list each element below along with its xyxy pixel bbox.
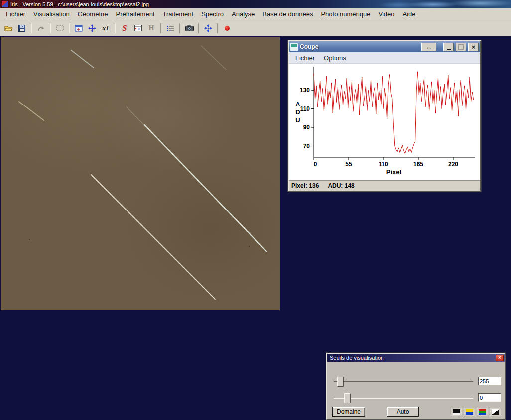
menu-analyse[interactable]: Analyse — [228, 9, 258, 19]
coupe-window-icon — [290, 43, 298, 51]
menu-visualisation[interactable]: Visualisation — [29, 9, 74, 19]
maximize-icon — [458, 44, 464, 50]
coupe-chart-area[interactable]: 1301109070055110165220PixelADU — [289, 64, 480, 180]
gradient-ramp-button[interactable] — [490, 408, 501, 416]
app-icon — [2, 1, 8, 7]
window-title: Iris - Version 5.59 - c:\users\jean-loui… — [10, 1, 149, 7]
toolbar-separator — [69, 23, 70, 33]
yellow-blue-icon — [466, 409, 473, 415]
command-list-icon — [167, 25, 174, 31]
coupe-maximize-button[interactable] — [456, 43, 466, 51]
toolbar-separator — [198, 23, 199, 33]
black-white-icon — [453, 409, 460, 415]
low-threshold-slider[interactable] — [334, 398, 473, 399]
workspace: Coupe ↔ × Fichier Options 13011090700551… — [0, 36, 511, 420]
status-pixel: Pixel: 136 — [291, 182, 319, 189]
yellow-blue-threshold-button[interactable] — [464, 408, 475, 416]
compass-star-icon — [204, 24, 212, 32]
menu-spectro[interactable]: Spectro — [197, 9, 228, 19]
svg-text:165: 165 — [413, 161, 423, 168]
svg-text:D: D — [295, 108, 300, 116]
undo-button[interactable] — [34, 22, 47, 35]
resize-horizontal-icon: ↔ — [426, 43, 432, 51]
titlebar[interactable]: Iris - Version 5.59 - c:\users\jean-loui… — [0, 0, 511, 8]
coupe-statusbar: Pixel: 136 ADU: 148 — [289, 180, 480, 191]
menu-video[interactable]: Vidéo — [374, 9, 398, 19]
svg-text:Pixel: Pixel — [386, 168, 401, 176]
undo-icon — [37, 25, 45, 32]
menu-geometrie[interactable]: Géométrie — [74, 9, 112, 19]
fit-window-button[interactable] — [72, 22, 85, 35]
menu-traitement[interactable]: Traitement — [159, 9, 198, 19]
coupe-chart[interactable]: 1301109070055110165220PixelADU — [291, 64, 478, 180]
coupe-close-button[interactable]: × — [468, 43, 479, 51]
coupe-menu-options[interactable]: Options — [319, 53, 351, 63]
svg-text:110: 110 — [379, 161, 388, 168]
high-threshold-input[interactable] — [478, 377, 501, 385]
menu-fichier[interactable]: Fichier — [2, 9, 29, 19]
svg-text:55: 55 — [345, 161, 352, 168]
camera-icon — [185, 25, 194, 31]
gradient-ramp-icon — [492, 409, 499, 415]
seuils-close-button[interactable]: × — [496, 355, 504, 361]
astro-image[interactable] — [1, 37, 280, 310]
close-icon: × — [498, 355, 501, 360]
coupe-titlebar[interactable]: Coupe ↔ × — [289, 41, 480, 52]
coupe-resize-button[interactable]: ↔ — [421, 43, 436, 51]
rgb-threshold-button[interactable] — [477, 408, 488, 416]
toolbar-separator — [115, 23, 116, 33]
svg-text:220: 220 — [448, 161, 458, 168]
toolbar-separator — [160, 23, 161, 33]
open-file-button[interactable] — [2, 22, 15, 35]
minimize-icon — [447, 49, 451, 50]
data-table-icon — [134, 25, 142, 31]
coupe-window: Coupe ↔ × Fichier Options 13011090700551… — [288, 40, 481, 192]
svg-text:130: 130 — [300, 87, 310, 94]
menu-pretraitement[interactable]: Prétraitement — [112, 9, 158, 19]
high-threshold-thumb[interactable] — [337, 377, 344, 387]
coupe-title: Coupe — [300, 43, 419, 50]
data-table-button[interactable] — [131, 22, 144, 35]
rgb-icon — [479, 409, 486, 415]
compass-star-button[interactable] — [202, 22, 215, 35]
selection-window-icon — [56, 25, 64, 31]
command-list-button[interactable] — [164, 22, 177, 35]
coupe-minimize-button[interactable] — [443, 43, 454, 51]
menu-aide[interactable]: Aide — [398, 9, 419, 19]
toolbar: x1 S H — [0, 20, 511, 36]
histogram-button[interactable]: H — [145, 22, 158, 35]
toolbar-separator — [179, 23, 180, 33]
auto-button[interactable]: Auto — [387, 407, 419, 417]
status-adu: ADU: 148 — [328, 182, 354, 189]
svg-text:110: 110 — [300, 105, 310, 112]
svg-text:U: U — [295, 116, 300, 124]
low-threshold-thumb[interactable] — [344, 393, 351, 403]
save-file-button[interactable] — [15, 22, 28, 35]
zoom-x1-icon: x1 — [103, 24, 109, 32]
pan-button[interactable] — [86, 22, 99, 35]
black-white-threshold-button[interactable] — [451, 408, 462, 416]
coupe-menu-fichier[interactable]: Fichier — [291, 53, 319, 63]
open-folder-icon — [4, 25, 13, 32]
record-dot-icon — [225, 26, 230, 31]
iris-window: Iris - Version 5.59 - c:\users\jean-loui… — [0, 0, 511, 420]
save-floppy-icon — [18, 25, 25, 32]
spectro-s-icon: S — [123, 24, 127, 33]
histogram-h-icon: H — [149, 24, 154, 32]
spectro-button[interactable]: S — [118, 22, 131, 35]
toolbar-separator — [217, 23, 218, 33]
high-threshold-slider[interactable] — [334, 381, 473, 382]
pan-arrows-icon — [88, 24, 96, 32]
menu-photo-numerique[interactable]: Photo numérique — [317, 9, 374, 19]
low-threshold-input[interactable] — [478, 393, 501, 402]
selection-window-button[interactable] — [53, 22, 66, 35]
record-button[interactable] — [221, 22, 234, 35]
toolbar-separator — [50, 23, 51, 33]
svg-text:70: 70 — [303, 143, 310, 150]
domaine-button[interactable]: Domaine — [332, 407, 365, 417]
fit-window-icon — [75, 25, 83, 32]
zoom-x1-button[interactable]: x1 — [99, 22, 112, 35]
menu-base-de-donnees[interactable]: Base de données — [258, 9, 317, 19]
camera-button[interactable] — [183, 22, 196, 35]
seuils-titlebar[interactable]: Seuils de visualisation × — [327, 354, 505, 362]
